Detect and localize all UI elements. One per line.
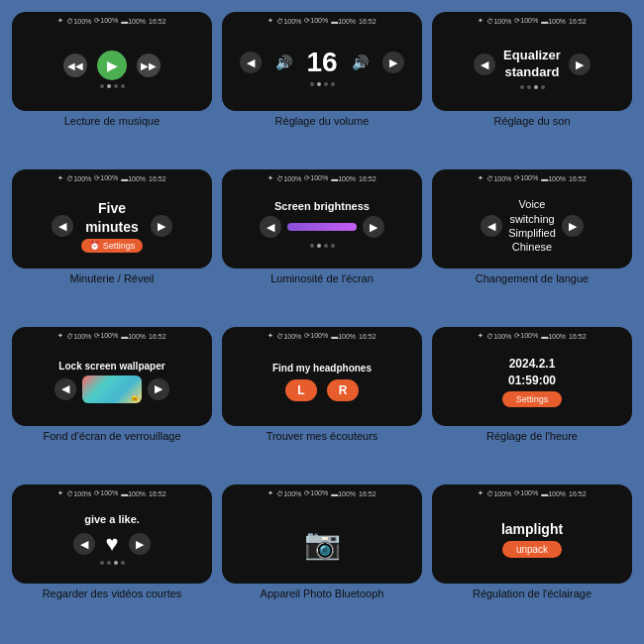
battery2: ⟳100% — [94, 17, 118, 25]
lang-next-button[interactable]: ▶ — [562, 215, 584, 237]
eq-line1: Equalizer — [503, 48, 561, 62]
volume-row: ◀ 🔊 16 🔊 ▶ — [240, 47, 403, 78]
shortvid-content: give a like. ◀ ♥ ▶ — [18, 513, 206, 565]
watch-card-volume: ✦ ⏱100% ⟳100% ▬100% 16:52 ◀ 🔊 16 🔊 ▶ — [222, 12, 422, 111]
camera-icon: 📷 — [304, 526, 341, 561]
play-button[interactable]: ▶ — [97, 51, 127, 80]
like-row: ◀ ♥ ▶ — [73, 531, 150, 557]
voice-text: Voice switching Simplified Chinese — [508, 197, 556, 254]
vol-dots — [310, 82, 335, 86]
eq-prev-button[interactable]: ◀ — [474, 54, 495, 75]
label-wallpaper: Fond d'écran de verrouillage — [43, 430, 180, 443]
label-language: Changement de langue — [476, 272, 589, 285]
timer-next-button[interactable]: ▶ — [151, 215, 172, 237]
unpack-button[interactable]: unpack — [502, 541, 562, 558]
lang-prev-button[interactable]: ◀ — [481, 215, 502, 237]
cell-timeset: ✦ ⏱100% ⟳100% ▬100% 16:52 2024.2.1 01:59… — [432, 327, 632, 475]
watch-card-sound: ✦ ⏱100% ⟳100% ▬100% 16:52 ◀ Equalizer st… — [432, 12, 632, 111]
heart-icon: ♥ — [105, 531, 118, 557]
cell-volume: ✦ ⏱100% ⟳100% ▬100% 16:52 ◀ 🔊 16 🔊 ▶ — [222, 12, 422, 160]
cell-shortvid: ✦ ⏱100% ⟳100% ▬100% 16:52 give a like. ◀… — [12, 484, 212, 632]
volume-down-button[interactable]: ◀ — [240, 52, 262, 73]
battery1: ⏱100% — [66, 18, 91, 25]
dot1 — [100, 84, 104, 88]
brightness-title: Screen brightness — [274, 200, 370, 212]
dot3 — [114, 84, 118, 88]
watch-card-headphones: ✦ ⏱100% ⟳100% ▬100% 16:52 Find my headph… — [222, 327, 422, 426]
label-volume: Réglage du volume — [275, 115, 370, 128]
brightness-down-button[interactable]: ◀ — [260, 216, 281, 238]
status-bar-wallpaper: ✦ ⏱100% ⟳100% ▬100% 16:52 — [12, 332, 212, 340]
status-bar-camera: ✦ ⏱100% ⟳100% ▬100% 16:52 — [222, 489, 422, 497]
cell-sound: ✦ ⏱100% ⟳100% ▬100% 16:52 ◀ Equalizer st… — [432, 12, 632, 160]
lock-icon: 🔒 — [130, 392, 140, 401]
eq-row: ◀ Equalizer standard ▶ — [474, 48, 590, 81]
wallpaper-title: Lock screen wallpaper — [58, 361, 164, 372]
brightness-bar — [287, 223, 357, 231]
label-timeset: Réglage de l'heure — [486, 430, 578, 443]
status-bar-music: ✦ ⏱100% ⟳100% ▬100% 16:52 — [12, 17, 212, 25]
cell-camera: ✦ ⏱100% ⟳100% ▬100% 16:52 📷 Appareil Pho… — [222, 484, 422, 632]
give-like-text: give a like. — [84, 513, 140, 525]
dot4 — [121, 84, 125, 88]
speaker-icon-right: 🔊 — [352, 54, 369, 70]
status-bar-timeset: ✦ ⏱100% ⟳100% ▬100% 16:52 — [432, 332, 632, 340]
lamp-content: lamplight unpack — [438, 521, 626, 558]
timer-settings-button[interactable]: ⏰ Settings — [81, 239, 144, 253]
volume-number: 16 — [306, 47, 337, 78]
wallpaper-content: Lock screen wallpaper ◀ 🔒 ▶ — [18, 361, 206, 403]
headphone-title: Find my headphones — [272, 363, 372, 374]
bt-icon: ✦ — [57, 17, 63, 25]
label-shortvid: Regarder des vidéos courtes — [43, 588, 182, 600]
eq-next-button[interactable]: ▶ — [569, 54, 590, 75]
speaker-icon: 🔊 — [275, 54, 292, 70]
wallpaper-row: ◀ 🔒 ▶ — [54, 376, 169, 403]
volume-up-button[interactable]: ▶ — [382, 52, 404, 73]
wallpaper-next-button[interactable]: ▶ — [148, 378, 169, 400]
camera-content: 📷 — [228, 518, 416, 561]
watch-card-music: ✦ ⏱100% ⟳100% ▬100% 16:52 ◀◀ ▶ ▶▶ — [12, 12, 212, 111]
label-sound: Réglage du son — [493, 115, 570, 128]
main-grid: ✦ ⏱100% ⟳100% ▬100% 16:52 ◀◀ ▶ ▶▶ — [0, 0, 644, 644]
cell-language: ✦ ⏱100% ⟳100% ▬100% 16:52 ◀ Voice switch… — [432, 169, 632, 317]
battery3: ▬100% — [121, 18, 146, 25]
watch-card-language: ✦ ⏱100% ⟳100% ▬100% 16:52 ◀ Voice switch… — [432, 169, 632, 268]
label-camera: Appareil Photo Bluetooph — [261, 588, 384, 600]
label-timer: Minuterie / Réveil — [70, 272, 155, 285]
brightness-up-button[interactable]: ▶ — [363, 216, 384, 238]
next-button[interactable]: ▶▶ — [137, 54, 161, 77]
watch-card-timer: ✦ ⏱100% ⟳100% ▬100% 16:52 ◀ Five minutes… — [12, 169, 212, 268]
vid-dots — [100, 561, 125, 565]
cell-lamp: ✦ ⏱100% ⟳100% ▬100% 16:52 lamplight unpa… — [432, 484, 632, 632]
cell-music: ✦ ⏱100% ⟳100% ▬100% 16:52 ◀◀ ▶ ▶▶ — [12, 12, 212, 160]
status-bar-language: ✦ ⏱100% ⟳100% ▬100% 16:52 — [432, 174, 632, 182]
status-bar-brightness: ✦ ⏱100% ⟳100% ▬100% 16:52 — [222, 174, 422, 182]
status-bar-sound: ✦ ⏱100% ⟳100% ▬100% 16:52 — [432, 17, 632, 25]
music-controls: ◀◀ ▶ ▶▶ — [63, 51, 161, 80]
cell-wallpaper: ✦ ⏱100% ⟳100% ▬100% 16:52 Lock screen wa… — [12, 327, 212, 475]
watch-card-lamp: ✦ ⏱100% ⟳100% ▬100% 16:52 lamplight unpa… — [432, 484, 632, 584]
watch-card-wallpaper: ✦ ⏱100% ⟳100% ▬100% 16:52 Lock screen wa… — [12, 327, 212, 426]
eq-text: Equalizer standard — [503, 48, 561, 81]
brightness-row: ◀ ▶ — [260, 216, 384, 238]
label-music: Lecture de musique — [64, 115, 161, 128]
headphone-content: Find my headphones L R — [228, 363, 416, 401]
cell-timer: ✦ ⏱100% ⟳100% ▬100% 16:52 ◀ Five minutes… — [12, 169, 212, 317]
status-bar-headphones: ✦ ⏱100% ⟳100% ▬100% 16:52 — [222, 332, 422, 340]
vid-next-button[interactable]: ▶ — [129, 533, 151, 555]
date-display: 2024.2.1 — [509, 357, 556, 371]
right-headphone-button[interactable]: R — [327, 379, 359, 401]
wallpaper-prev-button[interactable]: ◀ — [54, 378, 76, 400]
left-headphone-button[interactable]: L — [285, 379, 317, 401]
prev-button[interactable]: ◀◀ — [63, 54, 87, 77]
language-content: ◀ Voice switching Simplified Chinese ▶ — [438, 193, 626, 254]
eq-line2: standard — [505, 64, 560, 79]
wallpaper-preview: 🔒 — [82, 376, 142, 403]
watch-card-timeset: ✦ ⏱100% ⟳100% ▬100% 16:52 2024.2.1 01:59… — [432, 327, 632, 426]
eq-content: ◀ Equalizer standard ▶ — [438, 44, 626, 89]
timeset-settings-button[interactable]: Settings — [502, 391, 563, 407]
watch-card-camera: ✦ ⏱100% ⟳100% ▬100% 16:52 📷 — [222, 484, 422, 584]
timer-prev-button[interactable]: ◀ — [52, 215, 73, 237]
time-display: 16:52 — [149, 18, 166, 25]
vid-prev-button[interactable]: ◀ — [73, 533, 95, 555]
